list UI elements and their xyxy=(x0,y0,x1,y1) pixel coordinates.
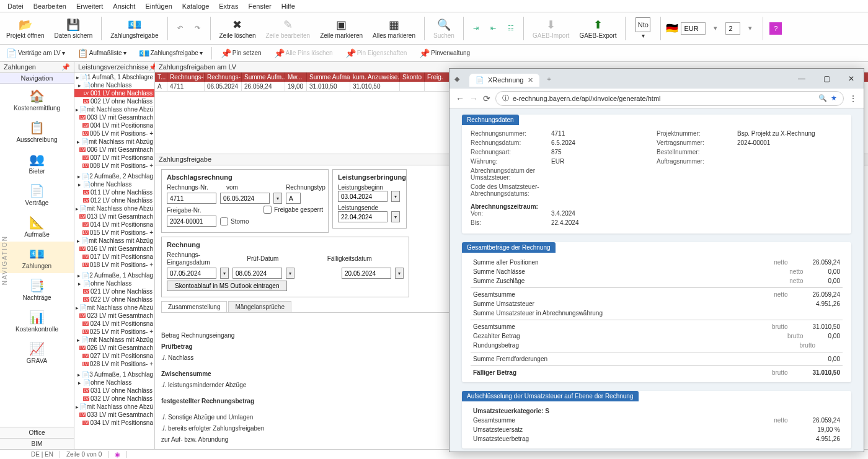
gaeb-import-button[interactable]: ⬇GAEB-Import xyxy=(529,16,573,40)
col-header[interactable]: Rechnungs-Nr. xyxy=(167,72,205,82)
menu-bearbeiten[interactable]: Bearbeiten xyxy=(29,2,71,10)
tree-row[interactable]: ▸📄 mit Nachlass ohne Abzü xyxy=(74,204,154,212)
menu-icon[interactable]: ⋮ xyxy=(849,94,857,103)
currency-input[interactable] xyxy=(681,22,706,35)
tree-row[interactable]: ▸📄 ohne Nachlass xyxy=(74,378,154,387)
tree-row[interactable]: ▸📄 mit Nachlass ohne Abzü xyxy=(74,105,154,113)
freigabe-gesperrt-checkbox[interactable]: Freigabe gesperrt xyxy=(264,206,323,214)
tree-row[interactable]: LV006 LV mit Gesamtnach xyxy=(74,146,154,154)
tab-zusammenstellung[interactable]: Zusammenstellung xyxy=(161,301,227,312)
tree-row[interactable]: LV022 LV ohne Nachläss xyxy=(74,295,154,304)
col-header[interactable]: Skonto xyxy=(400,72,425,82)
tree-row[interactable]: LV023 LV mit Gesamtnach xyxy=(74,312,154,320)
zahlungsfreigabe-button[interactable]: 💶Zahlungsfreigabe xyxy=(107,16,162,40)
tree-row[interactable]: LV024 LV mit Positionsna xyxy=(74,320,154,328)
nav-item-verträge[interactable]: 📄Verträge xyxy=(0,178,74,210)
tree-row[interactable]: LV008 LV mit Positions- + xyxy=(74,162,154,170)
leistungsende-input[interactable] xyxy=(338,211,388,222)
menu-kataloge[interactable]: Kataloge xyxy=(177,2,214,10)
eingang-input[interactable] xyxy=(167,268,216,279)
col-header[interactable]: kum. Anzuweise... xyxy=(350,72,400,82)
tree-row[interactable]: LV011 LV ohne Nachläss xyxy=(74,188,154,196)
nav-item-zahlungen[interactable]: 💶Zahlungen xyxy=(0,242,74,273)
storno-checkbox[interactable]: Storno xyxy=(220,217,264,225)
tree-row[interactable]: ▸📄 2 Aufmaße, 2 Abschlag xyxy=(74,172,154,180)
tree-row[interactable]: LV032 LV ohne Nachläss xyxy=(74,395,154,403)
browser-tab[interactable]: 📄 XRechnung ✕ xyxy=(469,74,539,87)
tree-row[interactable]: LV012 LV ohne Nachläss xyxy=(74,196,154,204)
date-dropdown[interactable]: ▾ xyxy=(391,191,400,202)
tree-row[interactable]: ▸📄 mit Nachlass mit Abzüg xyxy=(74,237,154,245)
date-dropdown[interactable]: ▾ xyxy=(273,193,282,204)
tree-icon[interactable]: ☷ xyxy=(505,22,517,35)
tree-row[interactable]: ▸📄 ohne Nachlass xyxy=(74,81,154,89)
tree-row[interactable]: ▸📄 mit Nachlass ohne Abzü xyxy=(74,304,154,312)
maximize-icon[interactable]: ▢ xyxy=(814,70,839,87)
col-header[interactable]: Rechnungs-... xyxy=(205,72,242,82)
tree-row[interactable]: ▸📄 1 Aufmaß, 1 Abschlagre xyxy=(74,73,154,81)
tree-row[interactable]: LV026 LV mit Gesamtnach xyxy=(74,344,154,352)
navigation-side-tab[interactable]: NAVIGATION xyxy=(1,235,8,285)
tree-row[interactable]: LV005 LV mit Positions- + xyxy=(74,129,154,138)
tree-row[interactable]: LV018 LV mit Positions- + xyxy=(74,261,154,269)
chevron-down-icon[interactable]: ▾ xyxy=(744,22,756,35)
nav-item-aufmaße[interactable]: 📐Aufmaße xyxy=(0,210,74,242)
rechnungs-nr-input[interactable] xyxy=(167,193,216,204)
tree-row[interactable]: ▸📄 mit Nachlass mit Abzüg xyxy=(74,138,154,146)
tree-row[interactable]: ▸📄 ohne Nachlass xyxy=(74,279,154,287)
outdent-icon[interactable]: ⇤ xyxy=(487,22,500,35)
decimals-input[interactable] xyxy=(725,22,740,35)
vom-input[interactable] xyxy=(220,193,270,204)
col-header[interactable]: Mw... xyxy=(285,72,307,82)
menu-extras[interactable]: Extras xyxy=(214,2,243,10)
tree-row[interactable]: LV027 LV mit Positionsna xyxy=(74,352,154,360)
tree-row[interactable]: LV015 LV mit Positions- + xyxy=(74,229,154,237)
tree-row[interactable]: LV016 LV mit Gesamtnach xyxy=(74,245,154,253)
search-in-page-icon[interactable]: 🔍 xyxy=(818,94,827,102)
new-tab-icon[interactable]: ＋ xyxy=(539,74,559,84)
tree-row[interactable]: ▸📄 mit Nachlass ohne Abzü xyxy=(74,403,154,411)
tree-row[interactable]: LV025 LV mit Positions- + xyxy=(74,328,154,336)
nav-bottom-bim[interactable]: BIM xyxy=(0,438,74,449)
menu-hilfe[interactable]: Hilfe xyxy=(277,2,300,10)
menu-fenster[interactable]: Fenster xyxy=(243,2,276,10)
tree-row[interactable]: LV013 LV mit Gesamtnach xyxy=(74,212,154,221)
zeile-markieren-button[interactable]: ▣Zeile markieren xyxy=(316,16,366,40)
indent-icon[interactable]: ⇥ xyxy=(470,22,482,35)
reload-icon[interactable]: ⟳ xyxy=(483,94,490,103)
pin-icon[interactable]: 📌 xyxy=(61,63,70,71)
tree-row[interactable]: LV031 LV ohne Nachläss xyxy=(74,387,154,395)
col-header[interactable]: Summe Aufma... xyxy=(307,72,350,82)
tab-mängelansprüche[interactable]: Mängelansprüche xyxy=(228,301,291,312)
col-header[interactable]: Summe Aufm... xyxy=(242,72,285,82)
tree-row[interactable]: LV033 LV mit Gesamtnach xyxy=(74,411,154,419)
suchen-button[interactable]: 🔍Suchen xyxy=(430,16,458,40)
zeile-loeschen-button[interactable]: ✖Zeile löschen xyxy=(216,16,260,40)
nav-item-grava[interactable]: 📈GRAVA xyxy=(0,336,74,368)
zahlungsfreigabe-button-2[interactable]: 💶Zahlungsfreigabe▾ xyxy=(135,48,206,58)
help-icon[interactable]: ? xyxy=(769,22,782,35)
menu-einfügen[interactable]: Einfügen xyxy=(140,2,177,10)
pruef-input[interactable] xyxy=(232,268,282,279)
alles-markieren-button[interactable]: ▦Alles markieren xyxy=(369,16,419,40)
redo-icon[interactable]: ↷ xyxy=(192,22,204,35)
tree-row[interactable]: ▸📄 3 Aufmaße, 1 Abschlag xyxy=(74,370,154,378)
nav-item-nachträge[interactable]: 📑Nachträge xyxy=(0,273,74,305)
tree-row[interactable]: LV003 LV mit Gesamtnach xyxy=(74,113,154,121)
back-icon[interactable]: ← xyxy=(456,94,464,103)
nto-button[interactable]: Nto▾ xyxy=(631,16,655,40)
minimize-icon[interactable]: — xyxy=(789,70,814,87)
tree-row[interactable]: ▸📄 mit Nachlass mit Abzüg xyxy=(74,336,154,344)
tree-row[interactable]: LV001 LV ohne Nachlass xyxy=(74,89,154,97)
freigabe-nr-input[interactable] xyxy=(167,216,216,227)
url-input[interactable]: ⓘ e-rechnung.bayern.de/api/xinvoice/gene… xyxy=(495,91,844,106)
leistungsbeginn-input[interactable] xyxy=(338,191,388,202)
date-dropdown[interactable]: ▾ xyxy=(391,211,400,222)
tree-row[interactable]: LV021 LV ohne Nachläss xyxy=(74,287,154,295)
nav-item-kostenermittlung[interactable]: 🏠Kostenermittlung xyxy=(0,84,74,115)
menu-datei[interactable]: Datei xyxy=(2,2,29,10)
chevron-down-icon[interactable]: ▾ xyxy=(709,22,722,35)
rechnungstyp-input[interactable] xyxy=(286,193,301,204)
tree-row[interactable]: LV017 LV mit Positionsna xyxy=(74,253,154,261)
col-header[interactable]: T... xyxy=(155,72,167,82)
